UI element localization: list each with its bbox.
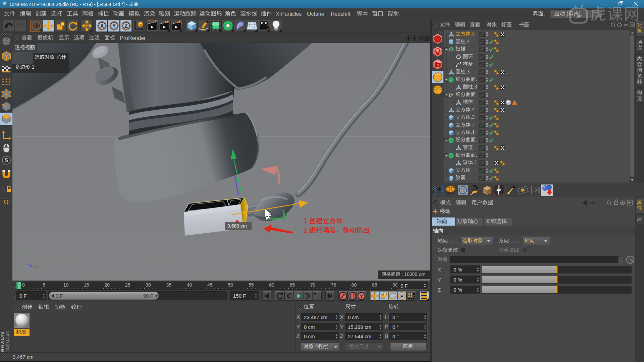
- svg-text:90: 90: [392, 282, 397, 288]
- svg-text:Y: Y: [112, 23, 116, 29]
- svg-text:10: 10: [63, 282, 69, 288]
- svg-text:70: 70: [310, 282, 316, 288]
- svg-text:0: 0: [22, 282, 25, 288]
- svg-text:CINEMA 4D: CINEMA 4D: [6, 331, 10, 352]
- svg-text:65: 65: [290, 282, 295, 288]
- svg-text:?: ?: [360, 293, 363, 299]
- svg-text:45: 45: [207, 282, 213, 288]
- svg-text:85: 85: [372, 282, 377, 288]
- svg-text:20: 20: [104, 282, 110, 288]
- svg-text:5: 5: [43, 282, 45, 288]
- svg-text:MAXON: MAXON: [1, 331, 5, 352]
- svg-text:X: X: [35, 265, 37, 269]
- svg-text:40: 40: [187, 282, 192, 288]
- svg-text:55: 55: [249, 282, 254, 288]
- svg-text:25: 25: [125, 282, 130, 288]
- svg-text:X: X: [100, 23, 104, 29]
- svg-text:Y: Y: [26, 252, 29, 257]
- svg-text:0: 0: [451, 93, 453, 96]
- svg-text:Z: Z: [124, 23, 128, 29]
- svg-text:50: 50: [228, 282, 233, 288]
- svg-text:80: 80: [352, 282, 357, 288]
- svg-text:S: S: [4, 157, 8, 164]
- svg-text:60: 60: [269, 282, 274, 288]
- svg-text:35: 35: [166, 282, 171, 288]
- svg-text:75: 75: [331, 282, 336, 288]
- svg-text:9.683 cm: 9.683 cm: [227, 223, 247, 229]
- svg-text:30: 30: [146, 282, 151, 288]
- svg-text:P: P: [400, 294, 404, 299]
- svg-text:Z: Z: [30, 263, 33, 268]
- svg-text:15: 15: [84, 282, 89, 288]
